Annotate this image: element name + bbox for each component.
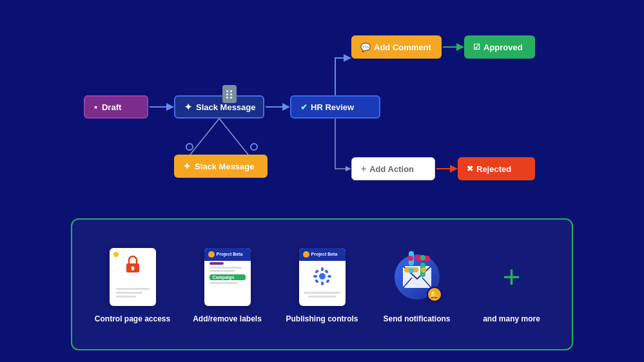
lock-card-lines [116,288,150,300]
doc-gray-bar-3 [210,282,239,284]
check-icon-hr: ✔ [300,102,307,112]
slack-message-top-node[interactable]: ✦ Slack Message [174,95,264,119]
bell-badge: 🔔 [427,287,442,302]
slack-icon-bottom: ✦ [183,161,191,171]
feature-and-many-more: + and many more [467,245,557,325]
comment-icon: 💬 [360,43,371,52]
svg-line-4 [190,119,219,155]
draft-label: Draft [102,102,121,112]
slack-icon-top: ✦ [184,102,192,112]
svg-rect-8 [132,268,133,271]
labels-doc-card: Project Beta Campaign [204,248,251,306]
doc-gray-bar-1 [210,267,242,269]
approved-check-icon: ☑ [473,43,480,52]
add-action-node[interactable]: + Add Action [351,157,435,180]
svg-point-27 [420,255,425,260]
svg-rect-12 [313,275,317,278]
pub-card-title: Project Beta [311,252,338,256]
draft-icon: ▪ [94,102,97,112]
approved-label: Approved [483,43,523,52]
doc-card-header: Project Beta [204,248,251,261]
doc-gray-bar-2 [210,270,235,272]
slack-top-label: Slack Message [196,102,256,112]
svg-line-5 [219,119,248,155]
add-comment-node[interactable]: 💬 Add Comment [351,35,442,59]
features-area: Control page access Project Beta Campaig… [71,218,573,350]
connector-ring-left[interactable] [186,143,193,151]
hr-review-node[interactable]: ✔ HR Review [290,95,380,119]
and-many-more-label: and many more [483,314,540,325]
publishing-doc-card: Project Beta [299,248,346,306]
yellow-dot [113,252,119,257]
pub-logo-dot [303,251,309,258]
more-icon-wrap: + [483,245,541,309]
notifications-icon-wrap: 🔔 [388,245,446,309]
feature-control-page-access: Control page access [88,245,178,325]
send-notifications-label: Send notifications [383,314,450,325]
slack-bottom-label: Slack Message [195,162,255,171]
control-page-access-label: Control page access [95,314,170,325]
svg-rect-14 [314,269,318,274]
slack-notif-icon: 🔔 [395,254,440,300]
svg-rect-17 [314,279,318,283]
feature-add-remove-labels: Project Beta Campaign Add/remove labels [182,245,273,325]
feature-publishing-controls: Project Beta [277,245,367,325]
pub-card-header: Project Beta [299,248,346,261]
labels-icon-wrap: Project Beta Campaign [199,245,257,309]
publishing-icon-wrap: Project Beta [293,245,351,309]
drag-handle[interactable] [222,85,237,103]
connector-ring-right[interactable] [250,143,258,151]
workflow-area: ▪ Draft ✦ Slack Message ✔ HR Review 💬 Ad… [0,0,644,200]
rejected-x-icon: ✖ [467,164,473,173]
slack-message-bottom-node[interactable]: ✦ Slack Message [174,155,268,178]
hr-review-label: HR Review [311,102,354,112]
control-page-icon-wrap [104,245,162,309]
plus-icon-action: + [361,164,366,174]
gear-svg [311,265,334,288]
feature-send-notifications: 🔔 Send notifications [372,245,462,325]
lock-card [110,248,156,306]
publishing-controls-label: Publishing controls [286,314,358,325]
doc-purple-bar [210,262,224,265]
add-action-label: Add Action [369,164,414,174]
svg-rect-15 [325,279,329,283]
svg-rect-16 [324,269,328,274]
doc-logo-dot [208,251,215,258]
svg-point-9 [319,273,326,280]
campaign-badge: Campaign [210,274,246,280]
doc-card-title: Project Beta [217,252,243,256]
draft-node[interactable]: ▪ Draft [84,95,148,119]
add-comment-label: Add Comment [374,43,431,52]
svg-point-28 [421,267,426,272]
slack-logo-svg [401,248,433,280]
svg-rect-11 [321,281,324,285]
svg-rect-10 [321,267,324,271]
approved-node[interactable]: ☑ Approved [464,35,535,59]
lock-svg [124,254,142,275]
svg-point-29 [408,256,413,261]
rejected-label: Rejected [476,164,511,174]
svg-rect-13 [327,275,331,278]
rejected-node[interactable]: ✖ Rejected [458,157,535,180]
add-remove-labels-label: Add/remove labels [193,314,262,325]
svg-point-26 [409,268,414,273]
plus-green-icon: + [502,262,520,292]
